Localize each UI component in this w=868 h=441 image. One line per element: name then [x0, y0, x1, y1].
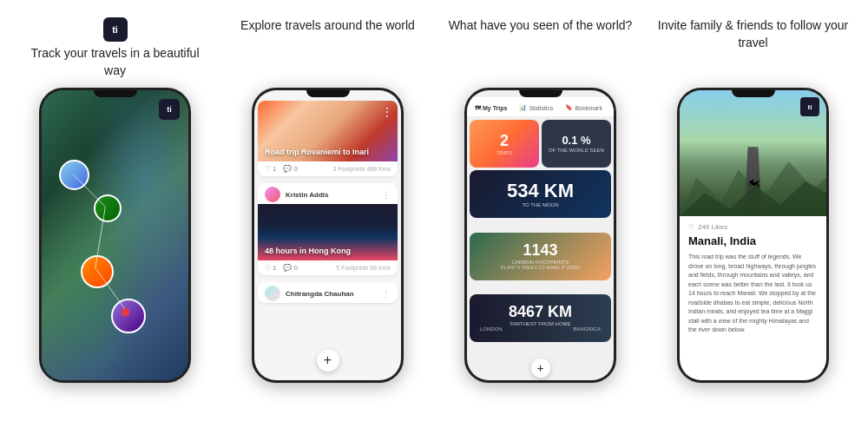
- feed-card-3: Chitrangda Chauhan ⋮: [258, 282, 398, 303]
- stat-label-km: TO THE MOON: [522, 202, 558, 207]
- blog-hero-image: ti 🏍: [680, 90, 826, 216]
- feed-like-icon-1[interactable]: ♡ 1: [265, 165, 276, 173]
- feature-invite: Invite family & friends to follow your t…: [658, 17, 849, 51]
- feed-meta-right-2: 5 Footprints 89 Kms: [336, 265, 391, 271]
- blog-landscape-svg: [680, 154, 826, 217]
- phone-stats: 🗺My Trips 📊Statistics 🔖Bookmark 2 TRIPS: [464, 88, 616, 383]
- stat-number-footprint: 1143: [523, 242, 557, 258]
- app-logo-1: ti: [103, 17, 128, 42]
- feature-seen: What have you seen of the world?: [445, 17, 636, 35]
- blog-body-text: This road trip was the stuff of legends.…: [688, 253, 818, 335]
- stats-grid: 2 TRIPS 0.1 % OF THE WORLD SEEN 534 KM T…: [467, 117, 614, 356]
- phone-stats-wrapper: 🗺My Trips 📊Statistics 🔖Bookmark 2 TRIPS: [447, 88, 634, 441]
- tab-statistics[interactable]: 📊Statistics: [515, 102, 557, 113]
- feed-comment-icon-1[interactable]: 💬 0: [283, 165, 297, 173]
- phone-blog: ti 🏍 ♡ 246 Likes: [677, 88, 829, 383]
- feed-meta-left-2: ♡ 1 💬 0: [265, 264, 298, 272]
- stat-farthest: 8467 KM FARTHEST FROM HOME LONDON BANGRI…: [470, 294, 611, 342]
- tab-my-trips[interactable]: 🗺My Trips: [470, 102, 511, 113]
- blog-body: ♡ 246 Likes Manali, India This road trip…: [680, 216, 826, 380]
- feed-avatar-3: [265, 286, 280, 301]
- phone-map: ti: [39, 88, 191, 383]
- feed-add-btn[interactable]: +: [317, 349, 339, 372]
- stat-label-percent: OF THE WORLD SEEN: [549, 148, 604, 153]
- phone-notch-4: [732, 90, 775, 97]
- feed-card-1: Road trip Rovaniemi to Inari ⋮ ♡ 1 💬 0 3…: [258, 101, 398, 176]
- phone-feed-wrapper: Road trip Rovaniemi to Inari ⋮ ♡ 1 💬 0 3…: [234, 88, 421, 441]
- phones-row: ti: [0, 88, 868, 441]
- feature-title-3: What have you seen of the world?: [449, 17, 633, 35]
- heart-icon: ♡: [688, 223, 694, 231]
- stat-number-trips: 2: [500, 133, 509, 148]
- feed-username-3: Chitrangda Chauhan: [286, 290, 354, 298]
- blog-likes: ♡ 246 Likes: [688, 223, 818, 231]
- farthest-from: LONDON: [480, 326, 503, 332]
- feed-card-title-2: 48 hours in Hong Kong: [265, 247, 351, 255]
- farthest-to: BANGRIGA: [573, 326, 601, 332]
- stats-tabs: 🗺My Trips 📊Statistics 🔖Bookmark: [467, 97, 614, 117]
- blog-app-logo: ti: [800, 97, 819, 116]
- stat-trips: 2 TRIPS: [470, 120, 539, 168]
- stat-footprint: 1143 CARBON FOOTPRINTS PLANT 6 TREES TO …: [470, 233, 611, 280]
- svg-line-1: [95, 207, 106, 267]
- feed-card-menu-1[interactable]: ⋮: [382, 106, 392, 118]
- map-app-logo: ti: [159, 99, 180, 120]
- phone-blog-wrapper: ti 🏍 ♡ 246 Likes: [660, 88, 846, 441]
- feed-card-title-1: Road trip Rovaniemi to Inari: [265, 148, 369, 156]
- feature-title-4: Invite family & friends to follow your t…: [658, 17, 849, 51]
- stats-screen: 🗺My Trips 📊Statistics 🔖Bookmark 2 TRIPS: [467, 90, 614, 380]
- feed-card-image-2: 48 hours in Hong Kong: [258, 204, 398, 260]
- feed-username-2: Kristin Addis: [286, 191, 328, 199]
- phone-notch-3: [519, 90, 562, 97]
- svg-line-0: [73, 174, 106, 207]
- stat-sublabel-footprint: PLANT 6 TREES TO MAKE IT ZERO: [501, 265, 580, 270]
- feature-title-1: Track your travels in a beautiful way: [20, 45, 211, 79]
- stat-label-farthest: FARTHEST FROM HOME: [510, 321, 570, 326]
- map-lines-svg: [42, 90, 188, 380]
- phone-map-wrapper: ti: [22, 88, 208, 441]
- feed-like-icon-2[interactable]: ♡ 1: [265, 264, 276, 272]
- stat-km: 534 KM TO THE MOON: [470, 170, 611, 218]
- feed-card-meta-1: ♡ 1 💬 0 3 Footprints 486 Kms: [258, 161, 398, 176]
- blog-screen: ti 🏍 ♡ 246 Likes: [680, 90, 826, 380]
- svg-line-2: [95, 268, 126, 310]
- feed-card-meta-2: ♡ 1 💬 0 5 Footprints 89 Kms: [258, 260, 398, 275]
- feed-card-image-1: Road trip Rovaniemi to Inari ⋮: [258, 101, 398, 161]
- feature-track: ti Track your travels in a beautiful way: [20, 17, 211, 79]
- feed-user-row-2: Kristin Addis ⋮: [258, 183, 398, 204]
- feed-screen: Road trip Rovaniemi to Inari ⋮ ♡ 1 💬 0 3…: [254, 90, 401, 380]
- feed-card-menu-2[interactable]: ⋮: [382, 190, 391, 200]
- stat-number-percent: 0.1 %: [562, 135, 590, 146]
- blog-title: Manali, India: [688, 234, 818, 247]
- tab-bookmark[interactable]: 🔖Bookmark: [561, 102, 607, 113]
- feed-meta-right-1: 3 Footprints 486 Kms: [332, 166, 391, 172]
- feed-card-menu-3[interactable]: ⋮: [382, 289, 391, 299]
- feed-meta-left-1: ♡ 1 💬 0: [265, 165, 298, 173]
- phone-notch-1: [94, 90, 137, 97]
- farthest-cities-row: LONDON BANGRIGA: [473, 326, 608, 332]
- feed-card-2: Kristin Addis ⋮ 48 hours in Hong Kong ♡ …: [258, 183, 398, 275]
- phone-notch-2: [306, 90, 350, 97]
- feature-title-2: Explore travels around the world: [240, 17, 415, 35]
- stat-number-km: 534 KM: [507, 181, 574, 201]
- feed-user-row-3: Chitrangda Chauhan ⋮: [258, 282, 398, 303]
- map-screen: ti: [42, 90, 188, 380]
- features-row: ti Track your travels in a beautiful way…: [0, 0, 868, 88]
- phone-feed: Road trip Rovaniemi to Inari ⋮ ♡ 1 💬 0 3…: [252, 88, 404, 383]
- stat-label-trips: TRIPS: [496, 150, 512, 155]
- stat-percent: 0.1 % OF THE WORLD SEEN: [542, 120, 611, 168]
- feed-comment-icon-2[interactable]: 💬 0: [283, 264, 297, 272]
- feature-explore: Explore travels around the world: [233, 17, 424, 35]
- feed-avatar-2: [265, 187, 280, 202]
- stat-number-farthest: 8467 KM: [509, 304, 572, 319]
- stats-add-btn[interactable]: +: [467, 356, 614, 380]
